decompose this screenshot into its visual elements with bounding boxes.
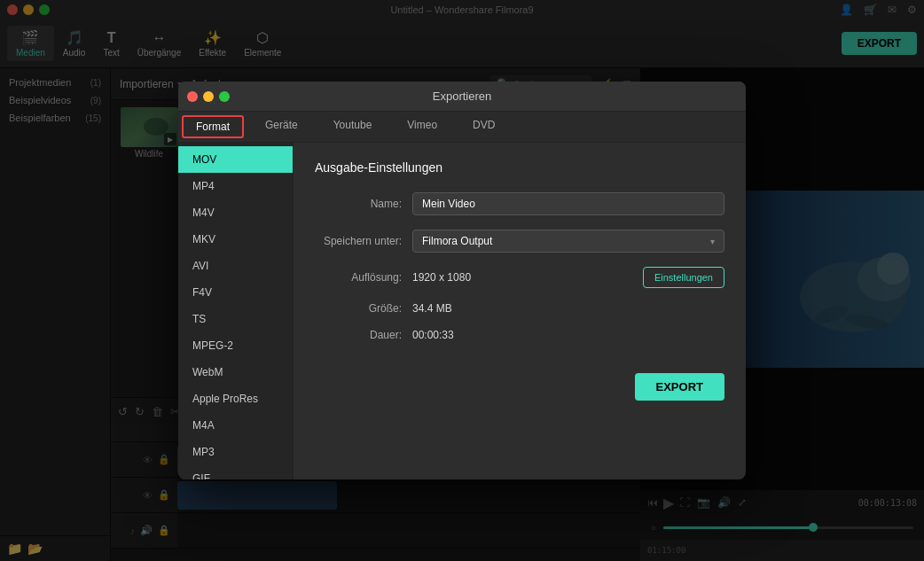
resolution-value: 1920 x 1080: [412, 271, 632, 284]
save-chevron-icon: ▾: [710, 237, 715, 246]
tab-format[interactable]: Format: [182, 115, 244, 138]
format-appleprores[interactable]: Apple ProRes: [178, 386, 293, 412]
dialog-tabs: Format Geräte Youtube Vimeo DVD: [178, 112, 746, 143]
format-mp4[interactable]: MP4: [178, 173, 293, 199]
duration-label: Dauer:: [315, 329, 412, 341]
dialog-overlay: Exportieren Format Geräte Youtube Vimeo …: [0, 0, 924, 561]
format-f4v[interactable]: F4V: [178, 279, 293, 306]
format-mov[interactable]: MOV: [178, 146, 293, 173]
einstellungen-button[interactable]: Einstellungen: [643, 267, 724, 288]
settings-resolution-row: Auflösung: 1920 x 1080 Einstellungen: [315, 267, 724, 288]
format-ts[interactable]: TS: [178, 306, 293, 332]
tab-vimeo[interactable]: Vimeo: [389, 112, 455, 142]
tab-geraete[interactable]: Geräte: [247, 112, 316, 142]
format-m4a[interactable]: M4A: [178, 412, 293, 439]
format-settings: Ausgabe-Einstellungen Name: Speichern un…: [294, 143, 746, 479]
size-label: Größe:: [315, 302, 412, 315]
dialog-title: Exportieren: [433, 90, 491, 103]
settings-duration-row: Dauer: 00:00:33: [315, 329, 724, 341]
format-m4v[interactable]: M4V: [178, 199, 293, 226]
format-webm[interactable]: WebM: [178, 359, 293, 386]
format-mp3[interactable]: MP3: [178, 439, 293, 465]
format-mpeg2[interactable]: MPEG-2: [178, 332, 293, 359]
settings-name-row: Name:: [315, 192, 724, 215]
format-gif[interactable]: GIF: [178, 465, 293, 479]
format-list: MOV MP4 M4V MKV AVI F4V TS: [178, 143, 294, 479]
name-input[interactable]: [412, 192, 724, 215]
dialog-export-button[interactable]: EXPORT: [635, 373, 724, 401]
format-mkv[interactable]: MKV: [178, 226, 293, 253]
save-label: Speichern unter:: [315, 235, 412, 247]
resolution-label: Auflösung:: [315, 271, 412, 284]
dialog-title-bar: Exportieren: [178, 82, 746, 112]
settings-save-row: Speichern unter: Filmora Output ▾: [315, 230, 724, 253]
tab-youtube[interactable]: Youtube: [316, 112, 390, 142]
name-label: Name:: [315, 198, 412, 210]
size-value: 34.4 MB: [412, 302, 724, 315]
format-avi[interactable]: AVI: [178, 253, 293, 279]
dialog-minimize[interactable]: [203, 91, 214, 102]
settings-size-row: Größe: 34.4 MB: [315, 302, 724, 315]
settings-title: Ausgabe-Einstellungen: [315, 160, 724, 175]
dialog-close[interactable]: [187, 91, 198, 102]
dialog-traffic-lights: [187, 91, 230, 102]
save-location-select[interactable]: Filmora Output ▾: [412, 230, 724, 253]
dialog-maximize[interactable]: [219, 91, 230, 102]
export-dialog: Exportieren Format Geräte Youtube Vimeo …: [178, 82, 746, 479]
duration-value: 00:00:33: [412, 329, 724, 341]
dialog-footer: EXPORT: [315, 355, 724, 401]
tab-dvd[interactable]: DVD: [455, 112, 513, 142]
dialog-body: MOV MP4 M4V MKV AVI F4V TS: [178, 143, 746, 479]
